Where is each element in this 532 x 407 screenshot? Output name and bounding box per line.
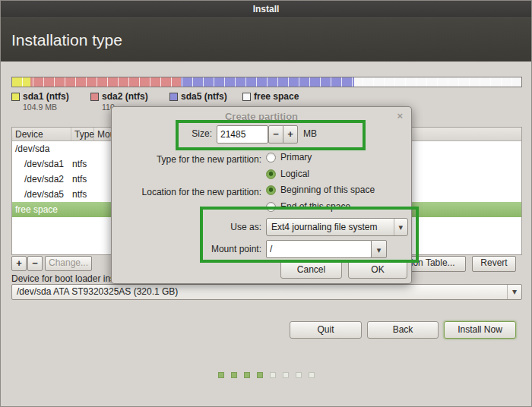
mount-point-input[interactable] (266, 240, 372, 258)
progress-dot (218, 372, 224, 378)
progress-dots (1, 372, 531, 378)
legend-swatch-free (242, 93, 251, 101)
legend-label: sda5 (ntfs) (181, 91, 227, 102)
radio-selected-icon (266, 169, 276, 179)
install-now-button[interactable]: Install Now (444, 321, 516, 339)
partition-segment-free (354, 77, 521, 87)
progress-dot (296, 372, 302, 378)
use-as-label: Use as: (112, 222, 261, 232)
cell-type (71, 202, 94, 217)
cell-device: /dev/sda (12, 141, 71, 156)
create-partition-dialog: Create partition × Size: − + MB Type for… (111, 106, 412, 284)
legend-swatch-sda5 (169, 93, 178, 101)
plus-icon[interactable]: + (283, 125, 298, 144)
legend-swatch-sda2 (90, 93, 99, 101)
radio-label: End of this space (280, 201, 350, 212)
chevron-down-icon: ▾ (394, 219, 403, 235)
legend-label: sda1 (ntfs) (23, 91, 69, 102)
radio-end-of-space[interactable]: End of this space (266, 201, 350, 212)
minus-icon[interactable]: − (268, 125, 283, 144)
add-partition-button[interactable]: + (11, 256, 27, 271)
radio-label: Beginning of this space (280, 185, 375, 195)
cell-device: /dev/sda2 (12, 172, 71, 187)
radio-label: Primary (280, 152, 312, 162)
chevron-down-icon: ▾ (507, 285, 517, 299)
size-label: Size: (112, 128, 212, 139)
ok-button[interactable]: OK (348, 260, 407, 279)
legend-item-sda1: sda1 (ntfs) 104.9 MB (11, 91, 69, 112)
mount-point-dropdown-button[interactable]: ▾ (371, 240, 387, 258)
boot-device-dropdown[interactable]: /dev/sda ATA ST9320325AS (320.1 GB) ▾ (11, 284, 522, 300)
column-header-device[interactable]: Device (12, 128, 71, 140)
progress-dot (231, 372, 237, 378)
progress-dot (309, 372, 315, 378)
radio-primary[interactable]: Primary (266, 152, 312, 162)
legend-item-sda5: sda5 (ntfs) (169, 91, 227, 103)
cell-device: /dev/sda5 (12, 187, 71, 202)
cell-type: ntfs (71, 172, 94, 187)
revert-button[interactable]: Revert (472, 256, 516, 272)
location-label: Location for the new partition: (112, 187, 261, 197)
use-as-value: Ext4 journaling file system (271, 222, 377, 232)
installer-window: Install Installation type sda1 (ntfs) 10… (0, 0, 532, 407)
cell-type: ntfs (71, 156, 94, 172)
radio-selected-icon (266, 185, 276, 195)
window-titlebar[interactable]: Install (1, 1, 531, 17)
column-header-type[interactable]: Type (71, 128, 94, 140)
legend-label: free space (254, 91, 299, 102)
page-title: Installation type (11, 31, 122, 49)
progress-dot (257, 372, 263, 378)
cell-device: free space (12, 202, 71, 217)
radio-icon (266, 202, 276, 212)
partition-segment-sda5 (181, 77, 353, 87)
type-label: Type for the new partition: (112, 154, 261, 165)
size-unit-label: MB (303, 128, 317, 139)
dialog-title: Create partition (112, 111, 411, 122)
cell-type: ntfs (71, 187, 94, 202)
legend-size: 104.9 MB (23, 103, 69, 112)
mount-point-label: Mount point: (112, 244, 261, 254)
legend-swatch-sda1 (11, 93, 20, 101)
back-button[interactable]: Back (367, 321, 439, 339)
partition-segment-sda2 (30, 77, 181, 87)
remove-partition-button[interactable]: − (27, 256, 43, 271)
cancel-button[interactable]: Cancel (280, 260, 342, 279)
cell-device: /dev/sda1 (12, 156, 71, 172)
boot-device-value: /dev/sda ATA ST9320325AS (320.1 GB) (17, 286, 178, 297)
close-icon[interactable]: × (397, 110, 403, 121)
use-as-dropdown[interactable]: Ext4 journaling file system ▾ (266, 218, 408, 236)
radio-icon (266, 153, 276, 162)
progress-dot (270, 372, 276, 378)
radio-logical[interactable]: Logical (266, 169, 309, 179)
progress-dot (283, 372, 289, 378)
radio-label: Logical (280, 169, 309, 179)
change-partition-button[interactable]: Change... (45, 256, 92, 271)
progress-dot (244, 372, 250, 378)
quit-button[interactable]: Quit (290, 321, 362, 339)
page-header: Installation type (1, 17, 531, 62)
partition-bar (11, 77, 522, 87)
cell-type (71, 141, 94, 156)
legend-item-free-space: free space (242, 91, 299, 103)
legend-label: sda2 (ntfs) (102, 91, 148, 102)
size-input[interactable] (217, 125, 268, 144)
radio-beginning-of-space[interactable]: Beginning of this space (266, 185, 375, 195)
partition-segment-sda1 (12, 77, 30, 87)
window-title: Install (253, 4, 280, 14)
chevron-down-icon: ▾ (377, 245, 382, 254)
